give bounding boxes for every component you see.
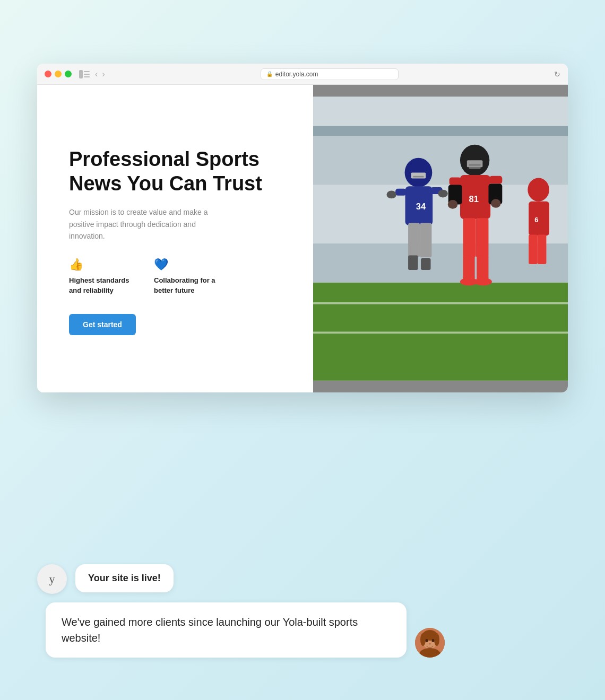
feature-item-collaborating: 💙 Collaborating for a better future [154, 258, 218, 295]
svg-point-50 [420, 633, 426, 646]
lock-icon: 🔒 [266, 71, 273, 77]
chat-bubble-1: Your site is live! [75, 564, 174, 592]
svg-rect-43 [529, 202, 549, 236]
hero-title: Professional Sports News You Can Trust [69, 147, 287, 196]
traffic-light-yellow[interactable] [55, 71, 62, 77]
svg-text:81: 81 [469, 194, 479, 204]
user-avatar [415, 628, 445, 658]
svg-rect-20 [408, 223, 420, 257]
address-bar-container: 🔒 editor.yola.com [110, 68, 549, 80]
svg-rect-37 [476, 218, 488, 257]
svg-rect-31 [489, 176, 502, 184]
svg-point-42 [528, 178, 549, 202]
svg-text:34: 34 [416, 202, 426, 212]
get-started-button[interactable]: Get started [69, 314, 136, 335]
svg-rect-2 [84, 74, 90, 75]
svg-point-24 [460, 145, 489, 176]
hero-description: Our mission is to create value and make … [69, 206, 218, 242]
svg-rect-13 [413, 176, 424, 178]
browser-window: ‹ › 🔒 editor.yola.com ↻ Professional Spo… [37, 64, 568, 392]
sidebar-toggle-icon[interactable] [79, 70, 90, 78]
svg-rect-30 [450, 178, 461, 186]
svg-rect-1 [84, 71, 90, 72]
left-panel: Professional Sports News You Can Trust O… [37, 85, 313, 392]
svg-rect-16 [395, 189, 406, 196]
svg-point-54 [429, 643, 431, 645]
chat-row-1: y Your site is live! [37, 564, 568, 594]
right-panel: 34 [313, 85, 568, 392]
svg-point-34 [448, 200, 457, 209]
browser-nav: ‹ › [95, 69, 105, 79]
svg-rect-23 [421, 258, 430, 270]
chat-row-2: We've gained more clients since launchin… [37, 602, 568, 658]
feature-label-standards: Highest standards and reliability [69, 276, 133, 295]
svg-point-53 [432, 639, 435, 642]
feature-label-collaborating: Collaborating for a better future [154, 276, 218, 295]
svg-rect-46 [538, 235, 547, 264]
svg-rect-27 [469, 167, 481, 169]
svg-point-52 [426, 639, 428, 642]
heart-icon: 💙 [154, 258, 218, 272]
svg-point-35 [491, 199, 500, 208]
svg-rect-21 [420, 223, 431, 257]
address-bar[interactable]: 🔒 editor.yola.com [261, 68, 399, 80]
svg-rect-45 [529, 235, 538, 264]
svg-rect-26 [469, 164, 481, 166]
back-button[interactable]: ‹ [95, 69, 98, 79]
url-text: editor.yola.com [275, 71, 318, 78]
reload-button[interactable]: ↻ [554, 70, 560, 78]
traffic-light-green[interactable] [65, 71, 72, 77]
svg-point-51 [434, 633, 439, 646]
browser-toolbar: ‹ › 🔒 editor.yola.com ↻ [37, 64, 568, 85]
chat-bubble-2: We've gained more clients since launchin… [46, 602, 407, 658]
traffic-light-red[interactable] [45, 71, 51, 77]
svg-rect-25 [467, 160, 483, 167]
svg-point-18 [386, 191, 396, 199]
browser-content: Professional Sports News You Can Trust O… [37, 85, 568, 392]
svg-point-41 [474, 278, 492, 286]
svg-rect-22 [408, 255, 418, 270]
svg-rect-9 [313, 302, 568, 304]
forward-button[interactable]: › [102, 69, 105, 79]
user-avatar-face [415, 628, 445, 658]
chat-section: y Your site is live! We've gained more c… [37, 564, 568, 658]
feature-item-standards: 👍 Highest standards and reliability [69, 258, 133, 295]
yola-letter: y [49, 572, 55, 586]
svg-rect-0 [79, 70, 83, 78]
yola-avatar: y [37, 564, 67, 594]
football-scene: 34 [313, 85, 568, 392]
svg-rect-36 [463, 218, 476, 257]
features-row: 👍 Highest standards and reliability 💙 Co… [69, 258, 287, 295]
svg-text:6: 6 [534, 216, 538, 224]
svg-rect-3 [84, 76, 90, 77]
svg-rect-10 [313, 331, 568, 334]
traffic-lights [45, 71, 72, 77]
svg-rect-12 [411, 172, 426, 178]
svg-point-19 [438, 190, 447, 198]
svg-rect-7 [313, 126, 568, 136]
thumbs-up-icon: 👍 [69, 258, 133, 272]
